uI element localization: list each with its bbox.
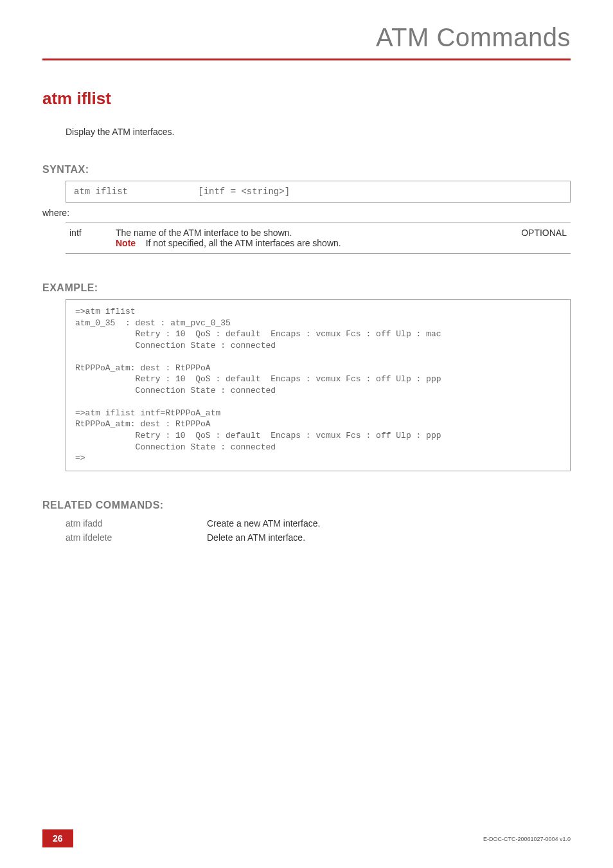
param-note-label: Note	[116, 238, 136, 248]
param-desc-line1: The name of the ATM interface to be show…	[116, 228, 292, 238]
page: ATM Commands atm iflist Display the ATM …	[0, 0, 613, 868]
page-number: 26	[42, 829, 73, 847]
related-desc: Delete an ATM interface.	[207, 530, 320, 545]
related-label: RELATED COMMANDS:	[42, 500, 571, 511]
related-desc: Create a new ATM interface.	[207, 516, 320, 530]
example-box: =>atm iflist atm_0_35 : dest : atm_pvc_0…	[66, 299, 571, 471]
param-note-text: If not specified, all the ATM interfaces…	[146, 238, 341, 248]
param-desc: The name of the ATM interface to be show…	[112, 222, 499, 254]
command-intro: Display the ATM interfaces.	[66, 127, 571, 137]
param-optional: OPTIONAL	[499, 222, 571, 254]
syntax-box: atm iflist [intf = <string>]	[66, 181, 571, 203]
header-rule	[42, 59, 571, 60]
example-label: EXAMPLE:	[42, 282, 571, 294]
related-cmd: atm ifdelete	[66, 530, 207, 545]
footer: 26 E-DOC-CTC-20061027-0004 v1.0	[42, 829, 571, 849]
command-name: atm iflist	[42, 89, 571, 109]
header-title: ATM Commands	[42, 23, 571, 52]
param-table: intf The name of the ATM interface to be…	[66, 222, 571, 254]
doc-id: E-DOC-CTC-20061027-0004 v1.0	[483, 836, 571, 842]
syntax-label: SYNTAX:	[42, 164, 571, 176]
related-cmd: atm ifadd	[66, 516, 207, 530]
related-row: atm ifadd Create a new ATM interface.	[66, 516, 320, 530]
where-label: where:	[42, 208, 571, 218]
related-table: atm ifadd Create a new ATM interface. at…	[66, 516, 320, 545]
related-row: atm ifdelete Delete an ATM interface.	[66, 530, 320, 545]
param-row: intf The name of the ATM interface to be…	[66, 222, 571, 254]
param-name: intf	[66, 222, 112, 254]
